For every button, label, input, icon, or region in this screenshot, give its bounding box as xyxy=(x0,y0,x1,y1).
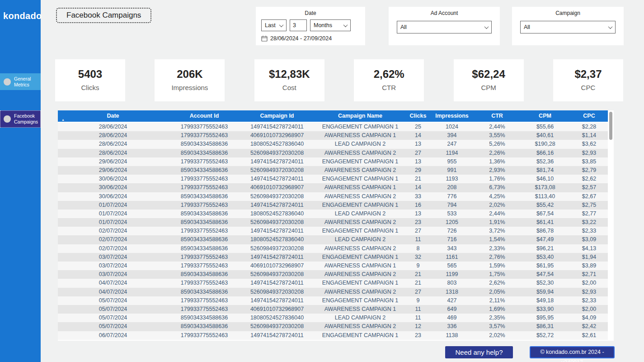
table-cell: 2,44% xyxy=(475,210,520,218)
table-cell: 859034334588636 xyxy=(168,314,240,322)
table-row[interactable]: 02/07/2024859034334588636526098493720302… xyxy=(58,244,608,253)
column-header[interactable]: Account Id xyxy=(168,110,240,122)
table-cell: 1138 xyxy=(429,331,475,340)
sort-ascending-icon[interactable]: ▲ xyxy=(61,118,65,121)
table-cell: 11 xyxy=(407,305,429,314)
table-cell: 40691010732968907 xyxy=(240,305,314,314)
table-cell: 04/07/2024 xyxy=(58,288,168,296)
table-row[interactable]: 03/07/2024859034334588636526098493720302… xyxy=(58,270,608,279)
sidebar-item-general-metrics[interactable]: General Metrics xyxy=(0,73,41,90)
table-cell: 1024 xyxy=(429,123,475,131)
ad-account-value: All xyxy=(400,24,407,30)
column-header[interactable]: CPM xyxy=(520,110,570,122)
table-cell: $2,28 xyxy=(570,123,608,131)
table-cell: 40691010732968907 xyxy=(240,131,314,140)
date-range-text: 28/06/2024 - 27/09/2024 xyxy=(270,35,332,42)
column-header[interactable]: Campaign Id xyxy=(240,110,314,122)
table-row[interactable]: 30/06/2024179933775552463406910107329689… xyxy=(58,183,608,192)
table-row[interactable]: 29/06/2024179933775552463149741542787240… xyxy=(58,157,608,166)
table-row[interactable]: 28/06/2024859034334588636180805245278360… xyxy=(58,140,608,148)
table-cell: 30/06/2024 xyxy=(58,175,168,183)
sidebar-item-facebook-campaigns[interactable]: Facebook Campaigns xyxy=(0,110,41,128)
table-cell: 27 xyxy=(407,149,429,157)
table-cell: LEAD CAMPAIGN 2 xyxy=(314,140,407,148)
table-cell: 28/06/2024 xyxy=(58,131,168,140)
table-row[interactable]: 02/07/2024179933775552463149741542787240… xyxy=(58,227,608,235)
version-badge[interactable]: © kondado.com.br 2024 - v240917 xyxy=(530,346,615,358)
table-cell: $2,33 xyxy=(570,296,608,305)
table-row[interactable]: 01/07/2024179933775552463149741542787240… xyxy=(58,201,608,210)
date-unit-dropdown[interactable]: Months xyxy=(310,19,351,31)
sidebar-item-label: General Metrics xyxy=(14,76,41,87)
table-row[interactable]: 01/07/2024859034334588636180805245278360… xyxy=(58,210,608,218)
campaign-value: All xyxy=(524,24,530,30)
kpi-label: CPC xyxy=(553,84,623,91)
table-row[interactable]: 05/07/2024179933775552463149741542787240… xyxy=(58,296,608,305)
table-row[interactable]: 04/07/2024859034334588636526098493720302… xyxy=(58,288,608,296)
scrollbar-thumb[interactable] xyxy=(609,112,612,140)
campaigns-table: ▲ DateAccount IdCampaign IdCampaign Name… xyxy=(58,110,614,341)
table-cell: 23 xyxy=(407,331,429,340)
table-cell: 18080524527836040 xyxy=(240,235,314,244)
kpi-label: CPM xyxy=(454,84,524,91)
need-help-button[interactable]: Need any help? xyxy=(445,346,513,358)
table-cell: ENGAGEMENT CAMPAIGN 1 xyxy=(314,331,407,340)
table-cell: 859034334588636 xyxy=(168,166,240,175)
table-row[interactable]: 28/06/2024859034334588636526098493720302… xyxy=(58,149,608,157)
campaign-filter-label: Campaign xyxy=(512,7,624,16)
table-cell: 13 xyxy=(407,140,429,148)
table-row[interactable]: 04/07/2024179933775552463149741542787240… xyxy=(58,279,608,287)
table-cell: 5,26% xyxy=(475,140,520,148)
table-row[interactable]: 01/07/2024859034334588636526098493720302… xyxy=(58,218,608,227)
table-cell: 14974154278724011 xyxy=(240,227,314,235)
table-cell: $2,67 xyxy=(570,192,608,201)
column-header[interactable]: Campaign Name xyxy=(314,110,407,122)
table-row[interactable]: 06/07/2024179933775552463149741542787240… xyxy=(58,331,608,340)
column-header[interactable]: Clicks xyxy=(407,110,429,122)
column-header[interactable]: Impressions xyxy=(429,110,475,122)
date-mode-value: Last xyxy=(265,22,276,29)
date-amount-input[interactable] xyxy=(290,19,307,31)
table-row[interactable]: 03/07/2024179933775552463149741542787240… xyxy=(58,253,608,262)
ad-account-dropdown[interactable]: All xyxy=(397,21,492,33)
table-cell: 2,26% xyxy=(475,149,520,157)
table-cell: AWARENESS CAMPAIGN 2 xyxy=(314,322,407,331)
table-row[interactable]: 28/06/2024179933775552463149741542787240… xyxy=(58,123,608,131)
table-cell: 179933775552463 xyxy=(168,331,240,340)
table-cell: $49,18 xyxy=(520,296,570,305)
table-cell: 859034334588636 xyxy=(168,322,240,331)
table-cell: $3,89 xyxy=(570,262,608,270)
table-cell: 52609849372030208 xyxy=(240,166,314,175)
kpi-value: $62,24 xyxy=(454,68,524,81)
column-header[interactable]: CPC xyxy=(570,110,608,122)
table-cell: AWARENESS CAMPAIGN 1 xyxy=(314,183,407,192)
table-row[interactable]: 05/07/2024179933775552463406910107329689… xyxy=(58,305,608,314)
table-row[interactable]: 30/06/2024859034334588636526098493720302… xyxy=(58,192,608,201)
campaign-dropdown[interactable]: All xyxy=(520,21,616,33)
table-row[interactable]: 05/07/2024859034334588636526098493720302… xyxy=(58,322,608,331)
date-unit-value: Months xyxy=(314,22,332,29)
table-row[interactable]: 03/07/2024179933775552463406910107329689… xyxy=(58,262,608,270)
table-cell: 716 xyxy=(429,235,475,244)
table-cell: 52609849372030208 xyxy=(240,218,314,227)
table-row[interactable]: 05/07/2024859034334588636180805245278360… xyxy=(58,314,608,322)
table-cell: 21 xyxy=(407,279,429,287)
table-cell: 2,76% xyxy=(475,253,520,262)
table-row[interactable]: 28/06/2024179933775552463406910107329689… xyxy=(58,131,608,140)
table-cell: LEAD CAMPAIGN 2 xyxy=(314,235,407,244)
table-cell: 01/07/2024 xyxy=(58,210,168,218)
table-cell: 179933775552463 xyxy=(168,175,240,183)
date-mode-dropdown[interactable]: Last xyxy=(261,19,287,31)
table-cell: 02/07/2024 xyxy=(58,235,168,244)
table-row[interactable]: 30/06/2024179933775552463149741542787240… xyxy=(58,175,608,183)
table-row[interactable]: 02/07/2024859034334588636180805245278360… xyxy=(58,235,608,244)
table-cell: 859034334588636 xyxy=(168,244,240,253)
table-cell: $81,74 xyxy=(520,166,570,175)
table-scrollbar[interactable] xyxy=(608,110,614,341)
table-cell: 179933775552463 xyxy=(168,131,240,140)
table-cell: 1,59% xyxy=(475,262,520,270)
table-row[interactable]: 29/06/2024859034334588636526098493720302… xyxy=(58,166,608,175)
table-cell: 955 xyxy=(429,157,475,166)
column-header[interactable]: CTR xyxy=(475,110,520,122)
column-header[interactable]: Date xyxy=(58,110,168,122)
